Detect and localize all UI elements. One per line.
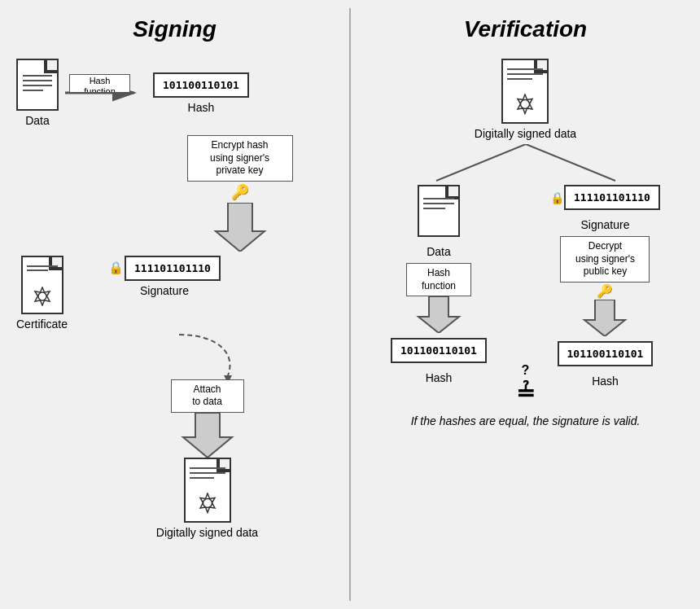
signing-hash-label: Hash	[188, 101, 215, 114]
hash-group: 101100110101 Hash	[153, 72, 249, 114]
dashed-curve-container	[16, 331, 341, 379]
signed-doc-icon	[184, 458, 231, 523]
ver-decrypt-arrow	[580, 300, 629, 336]
signature-group: 🔒 111101101110 Signature	[108, 256, 221, 297]
ver-hash-fn-group: Hashfunction	[406, 263, 471, 333]
ver-key-icon: 🔑	[597, 283, 613, 299]
ver-hash-label1: Hash	[426, 371, 453, 384]
verification-title: Verification	[359, 16, 692, 42]
attach-arrow-svg	[175, 413, 240, 458]
data-doc-group: Data	[16, 59, 59, 127]
data-document-icon	[16, 59, 59, 111]
encrypt-arrow-svg	[208, 203, 273, 252]
ver-question-mark: ?	[522, 363, 530, 378]
signing-signature-box: 111101101110	[125, 256, 221, 281]
svg-marker-2	[216, 203, 265, 252]
data-label: Data	[25, 114, 50, 127]
hash-function-arrow: Hash function	[65, 72, 147, 113]
svg-point-10	[521, 100, 530, 109]
signing-row3: Certificate 🔒 111101101110 Signature	[16, 256, 341, 331]
encrypt-label: Encrypt hashusing signer'sprivate key	[187, 135, 293, 182]
hash-arrow-svg: Hash function	[65, 72, 147, 113]
ver-signed-label: Digitally signed data	[475, 127, 576, 140]
dashed-curve-svg	[16, 331, 244, 379]
svg-point-8	[203, 498, 212, 507]
signing-hash-box: 101100110101	[153, 72, 249, 98]
svg-marker-13	[418, 296, 459, 333]
signing-encrypt-group: Encrypt hashusing signer'sprivate key 🔑	[138, 135, 341, 252]
lock-icon: 🔒	[108, 261, 124, 275]
ver-hash-box1: 101100110101	[391, 338, 487, 363]
ver-decrypt-label: Decryptusing signer'spublic key	[560, 236, 650, 283]
ver-signed-doc-icon	[501, 59, 549, 124]
signing-title: Signing	[8, 16, 341, 42]
ver-hash-fn-arrow	[414, 296, 463, 333]
certificate-group: Certificate	[16, 256, 68, 331]
key-icon: 🔑	[231, 183, 249, 201]
seal-icon	[33, 287, 52, 309]
svg-point-4	[38, 292, 46, 300]
signed-data-label: Digitally signed data	[156, 526, 258, 539]
svg-line-12	[526, 144, 615, 181]
ver-right-col: 🔒 111101101110 Signature Decryptusing si…	[550, 185, 660, 388]
hash-function-label: Hash function	[69, 74, 130, 92]
attach-label: Attachto data	[171, 379, 244, 413]
signing-row1: Data Hash function	[16, 59, 341, 127]
diagram-container: Signing Data	[0, 0, 700, 609]
ver-hash-fn-label: Hashfunction	[406, 263, 471, 296]
ver-doc-seal	[514, 94, 536, 118]
signed-doc-group: Digitally signed data	[73, 458, 341, 539]
svg-marker-5	[224, 375, 232, 379]
svg-marker-6	[183, 413, 232, 458]
certificate-icon	[21, 256, 63, 314]
signing-panel: Signing Data	[0, 0, 349, 609]
certificate-label: Certificate	[16, 318, 68, 331]
attach-group: Attachto data	[73, 379, 341, 458]
ver-hash-box2: 101100110101	[558, 341, 654, 366]
ver-branches	[359, 144, 692, 185]
ver-hash-label2: Hash	[592, 375, 619, 388]
ver-signed-doc-group: Digitally signed data	[475, 59, 576, 140]
signed-doc-seal	[197, 493, 218, 517]
ver-footer: If the hashes are equal, the signature i…	[359, 414, 692, 427]
ver-data-label: Data	[427, 245, 451, 258]
ver-lock-icon: 🔒	[550, 191, 564, 204]
branch-lines-svg	[387, 144, 664, 185]
signing-signature-label: Signature	[140, 284, 189, 297]
verification-panel: Verification Digitally signed data	[351, 0, 700, 609]
ver-decrypt-group: Decryptusing signer'spublic key 🔑	[560, 236, 650, 336]
svg-line-11	[436, 144, 526, 181]
ver-data-icon	[418, 185, 460, 237]
signature-box-container: 🔒 111101101110	[108, 256, 221, 281]
ver-two-cols: Data Hashfunction 101100110101 Hash 🔒	[359, 185, 692, 388]
svg-marker-14	[584, 300, 625, 336]
ver-left-col: Data Hashfunction 101100110101 Hash	[391, 185, 487, 384]
ver-signature-box: 111101101110	[564, 185, 660, 210]
ver-equals-sign: ? ≟	[516, 379, 535, 406]
ver-signature-label: Signature	[581, 218, 630, 231]
ver-signature-box-container: 🔒 111101101110	[550, 185, 660, 210]
